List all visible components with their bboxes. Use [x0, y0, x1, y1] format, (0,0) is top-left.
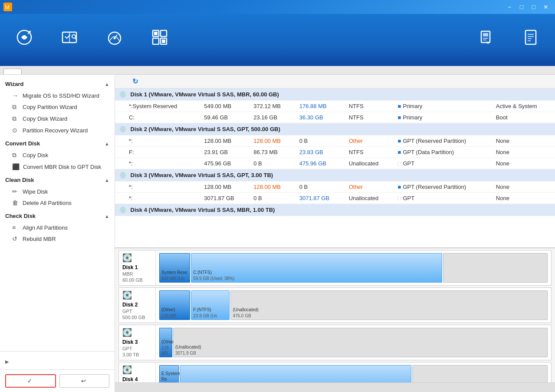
- disk-bar[interactable]: F:(NTFS) 23.9 GB (Us: [191, 290, 230, 320]
- partition-unused: 176.88 MB: [295, 101, 345, 112]
- disk-bar[interactable]: (Unallocated) 3071.9 GB: [173, 328, 548, 357]
- sidebar-section-convert-disk[interactable]: Convert Disk ▲: [0, 138, 115, 149]
- disk-row-label: 💿 Disk 4 (VMware, VMware Virtual S SAS, …: [115, 204, 555, 216]
- disk-bar-label: (Other): [160, 338, 172, 346]
- sidebar-item-rebuild-mbr[interactable]: ↺ Rebuild MBR: [0, 233, 115, 244]
- sidebar-item-copy-partition[interactable]: ⧉ Copy Partition Wizard: [0, 101, 115, 113]
- toolbar-disk-benchmark[interactable]: [97, 25, 132, 55]
- sidebar-section-wizard[interactable]: Wizard ▲: [0, 78, 115, 90]
- wipe-disk-icon: ✏: [12, 188, 19, 195]
- partition-name: *:: [115, 181, 200, 193]
- ops-arrow-icon: ▶: [5, 359, 9, 365]
- disk-info: 💽 Disk 3 GPT 3.00 TB: [119, 325, 156, 360]
- partition-row[interactable]: *: 128.00 MB 128.00 MB 0 B Other ■GPT (R…: [115, 181, 555, 193]
- disk-vis-item[interactable]: 💽 Disk 3 GPT 3.00 TB (Other) 128 MB (Una…: [118, 325, 552, 360]
- disk-icon: 💿: [119, 172, 126, 178]
- window-controls: − □ □ ✕: [504, 1, 552, 13]
- disk-vis-container: 💽 Disk 1 MBR 60.00 GB System Rese 549 MB…: [115, 248, 555, 382]
- rebuild-mbr-icon: ↺: [12, 235, 19, 242]
- tabbar: [0, 66, 555, 75]
- disk-hdd-icon: 💽: [122, 328, 152, 337]
- disk-benchmark-icon: [106, 29, 123, 48]
- partition-row[interactable]: *: 128.00 MB 128.00 MB 0 B Other ■GPT (R…: [115, 135, 555, 147]
- disk-bars: (Other) 128 MB (Unallocated) 3071.9 GB: [156, 325, 551, 360]
- col-partition: ↻: [115, 75, 200, 89]
- disk-vis-type: GPT: [122, 346, 152, 351]
- sidebar-item-align-partitions[interactable]: ≡ Align All Partitions: [0, 222, 115, 233]
- disk-bar[interactable]: (Other) 128 MB: [159, 328, 172, 357]
- refresh-icon[interactable]: ↻: [132, 77, 138, 86]
- sidebar-section-check-disk[interactable]: Check Disk ▲: [0, 210, 115, 222]
- disk-bar[interactable]: System Rese 549 MB (Us: [159, 253, 190, 283]
- partition-type: ■Primary: [394, 101, 492, 112]
- partition-name: *:: [115, 135, 200, 147]
- sidebar-item-convert-mbr[interactable]: ⬛ Convert MBR Disk to GPT Disk: [0, 161, 115, 172]
- toolbar-bootable-media[interactable]: [468, 25, 503, 55]
- data-recovery-icon: [16, 29, 33, 48]
- migrate-os-label: Migrate OS to SSD/HD Wizard: [23, 92, 99, 99]
- disk-bar[interactable]: C:(NTFS) 59.5 GB (Used: 38%): [191, 253, 442, 283]
- align-partitions-icon: ≡: [12, 224, 19, 231]
- partition-row[interactable]: *:System Reserved 549.00 MB 372.12 MB 17…: [115, 101, 555, 112]
- sidebar-section-clean-disk[interactable]: Clean Disk ▲: [0, 174, 115, 186]
- wizard-label: Wizard: [5, 81, 24, 87]
- sidebar-item-delete-partitions[interactable]: 🗑 Delete All Partitions: [0, 197, 115, 208]
- partition-row[interactable]: C: 59.46 GB 23.16 GB 36.30 GB NTFS ■Prim…: [115, 112, 555, 123]
- disk-vis-item[interactable]: 💽 Disk 4 MBR 1.00 TB E:System Re 9.1 GB …: [118, 362, 552, 382]
- disk-info: 💽 Disk 4 MBR 1.00 TB: [119, 362, 156, 382]
- partition-type: □GPT: [394, 158, 492, 169]
- partition-row[interactable]: *: 3071.87 GB 0 B 3071.87 GB Unallocated…: [115, 193, 555, 204]
- disk-vis-item[interactable]: 💽 Disk 1 MBR 60.00 GB System Rese 549 MB…: [118, 250, 552, 286]
- partition-status: None: [492, 193, 555, 204]
- disk-bar[interactable]: (Other) 128 MB: [159, 290, 190, 320]
- col-filesystem: [345, 75, 394, 89]
- partition-table-container[interactable]: ↻ 💿 Disk 1 (VMware, VMware Vir: [115, 75, 555, 248]
- disk-bar[interactable]: [443, 253, 548, 283]
- ops-item-1[interactable]: ▶: [5, 358, 109, 366]
- disk-bar[interactable]: (Unallocated) 476.0 GB: [230, 290, 548, 320]
- minimize-button[interactable]: −: [504, 1, 515, 13]
- partition-fs: NTFS: [345, 147, 394, 158]
- apply-button[interactable]: ✓: [5, 374, 56, 388]
- disk-bar[interactable]: [412, 365, 548, 382]
- disk-bar-sublabel: 128 MB: [160, 346, 172, 357]
- svg-text:M: M: [5, 4, 10, 10]
- partition-used: 372.12 MB: [249, 101, 295, 112]
- undo-button[interactable]: ↩: [59, 374, 109, 388]
- partition-name: F:: [115, 147, 200, 158]
- disk-bar[interactable]: G:(NTFS) 1014.8 GB (Used: 2%): [180, 365, 412, 382]
- clean-disk-label: Clean Disk: [5, 177, 34, 183]
- partition-fs: Unallocated: [345, 193, 394, 204]
- partition-type: ■GPT (Data Partition): [394, 147, 492, 158]
- main-content: Wizard ▲ → Migrate OS to SSD/HD Wizard ⧉…: [0, 75, 555, 392]
- disk-vis-item[interactable]: 💽 Disk 2 GPT 500.00 GB (Other) 128 MB F:…: [118, 287, 552, 323]
- toolbar-data-recovery[interactable]: [7, 25, 42, 55]
- tab-partition-management[interactable]: [3, 69, 22, 74]
- sidebar-item-copy-disk2[interactable]: ⧉ Copy Disk: [0, 149, 115, 161]
- disk-row: 💿 Disk 1 (VMware, VMware Virtual S SAS, …: [115, 89, 555, 101]
- sidebar-item-partition-recovery-wizard[interactable]: ⊙ Partition Recovery Wizard: [0, 125, 115, 136]
- disk-bar[interactable]: E:System Re 9.1 GB (Use: [159, 365, 179, 382]
- space-analyzer-icon: [151, 29, 168, 48]
- disk-row-label: 💿 Disk 3 (VMware, VMware Virtual S SAS, …: [115, 169, 555, 181]
- disk-hdd-icon: 💽: [122, 365, 152, 375]
- toolbar-manual[interactable]: [513, 25, 548, 55]
- col-used: [249, 75, 295, 89]
- restore-button[interactable]: □: [516, 1, 527, 13]
- disk-bar-sublabel: 128 MB: [160, 313, 190, 320]
- sidebar-item-wipe-disk[interactable]: ✏ Wipe Disk: [0, 186, 115, 197]
- svg-rect-14: [154, 32, 158, 35]
- partition-row[interactable]: F: 23.91 GB 86.73 MB 23.83 GB NTFS ■GPT …: [115, 147, 555, 158]
- partition-fs: NTFS: [345, 112, 394, 123]
- toolbar-partition-recovery[interactable]: [52, 25, 87, 55]
- copy-disk-label: Copy Disk Wizard: [23, 115, 67, 122]
- disk-icon: 💿: [119, 207, 126, 213]
- partition-row[interactable]: *: 475.96 GB 0 B 475.96 GB Unallocated □…: [115, 158, 555, 169]
- sidebar-item-migrate-os[interactable]: → Migrate OS to SSD/HD Wizard: [0, 90, 115, 101]
- toolbar-space-analyzer[interactable]: [142, 25, 177, 55]
- disk-bar-label: E:System Re: [160, 370, 178, 382]
- partition-name: *:: [115, 158, 200, 169]
- sidebar-item-copy-disk[interactable]: ⧉ Copy Disk Wizard: [0, 113, 115, 125]
- close-button[interactable]: ✕: [540, 1, 552, 13]
- maximize-button[interactable]: □: [528, 1, 539, 13]
